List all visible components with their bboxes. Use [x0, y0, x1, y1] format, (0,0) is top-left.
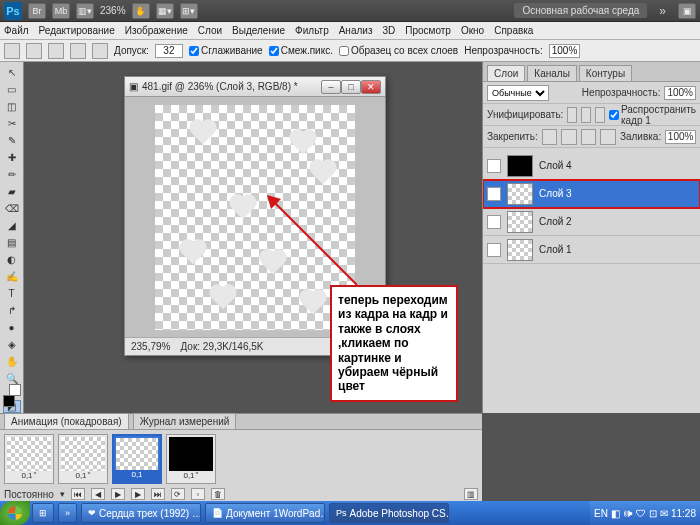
selection-mode-icon[interactable]	[26, 43, 42, 59]
close-button[interactable]: ✕	[361, 80, 381, 94]
tab-paths[interactable]: Контуры	[579, 65, 632, 81]
pen-tool[interactable]: ✍	[3, 270, 21, 283]
layer-row[interactable]: Слой 2	[483, 208, 700, 236]
selection-add-icon[interactable]	[48, 43, 64, 59]
tray-icon[interactable]: 🕪	[623, 508, 633, 519]
lock-trans-icon[interactable]	[542, 129, 558, 145]
frame-1[interactable]: 0,1˅	[4, 434, 54, 484]
expand-icon[interactable]: »	[653, 4, 672, 18]
layer-thumbnail[interactable]	[507, 155, 533, 177]
visibility-toggle[interactable]	[487, 215, 501, 229]
selection-int-icon[interactable]	[92, 43, 108, 59]
menu-select[interactable]: Выделение	[232, 25, 285, 36]
antialias-checkbox[interactable]: Сглаживание	[189, 45, 263, 56]
layer-thumbnail[interactable]	[507, 239, 533, 261]
minibridge-icon[interactable]: Mb	[52, 3, 70, 19]
frame-4[interactable]: 0,1˅	[166, 434, 216, 484]
gradient-tool[interactable]: ◢	[3, 219, 21, 232]
tray-icon[interactable]: ⊡	[649, 508, 657, 519]
layer-thumbnail[interactable]	[507, 183, 533, 205]
stamp-tool[interactable]: ▰	[3, 185, 21, 198]
brush-tool[interactable]: ✏	[3, 168, 21, 181]
menu-filter[interactable]: Фильтр	[295, 25, 329, 36]
status-docinfo[interactable]: Док: 29,3K/146,5K	[180, 341, 263, 352]
prev-frame-button[interactable]: ◀	[91, 488, 105, 500]
extras-icon[interactable]: ⊞▾	[180, 3, 198, 19]
selection-sub-icon[interactable]	[70, 43, 86, 59]
layer-opacity-input[interactable]: 100%	[664, 86, 696, 100]
workspace-switcher[interactable]: Основная рабочая среда	[514, 3, 647, 18]
system-tray[interactable]: EN ◧ 🕪 🛡 ⊡ ✉ 11:28	[590, 501, 700, 525]
unify-vis-icon[interactable]	[581, 107, 591, 123]
arrange-icon[interactable]: ▦▾	[156, 3, 174, 19]
color-swatch[interactable]	[3, 395, 21, 396]
cslive-icon[interactable]: ▣	[678, 3, 696, 19]
document-titlebar[interactable]: ▣ 481.gif @ 236% (Слой 3, RGB/8) * – □ ✕	[125, 77, 385, 97]
first-frame-button[interactable]: ⏮	[71, 488, 85, 500]
opacity-input[interactable]: 100%	[549, 44, 581, 58]
start-button[interactable]	[0, 501, 30, 525]
eyedropper-tool[interactable]: ✎	[3, 134, 21, 147]
status-zoom[interactable]: 235,79%	[131, 341, 170, 352]
play-button[interactable]: ▶	[111, 488, 125, 500]
layer-name[interactable]: Слой 3	[539, 188, 572, 199]
layer-row[interactable]: 👁 Слой 3	[483, 180, 700, 208]
lasso-tool[interactable]: ◫	[3, 100, 21, 113]
layer-row[interactable]: Слой 4	[483, 152, 700, 180]
menu-3d[interactable]: 3D	[382, 25, 395, 36]
lock-pixels-icon[interactable]	[561, 129, 577, 145]
next-frame-button[interactable]: ▶	[131, 488, 145, 500]
menu-layer[interactable]: Слои	[198, 25, 222, 36]
quicklaunch-icon[interactable]: »	[58, 503, 77, 523]
lock-pos-icon[interactable]	[581, 129, 597, 145]
last-frame-button[interactable]: ⏭	[151, 488, 165, 500]
tab-measure-log[interactable]: Журнал измерений	[133, 413, 237, 429]
bridge-icon[interactable]: Br	[28, 3, 46, 19]
layer-name[interactable]: Слой 2	[539, 216, 572, 227]
screen-mode-icon[interactable]: ▥▾	[76, 3, 94, 19]
menu-view[interactable]: Просмотр	[405, 25, 451, 36]
layer-name[interactable]: Слой 1	[539, 244, 572, 255]
taskbar-item[interactable]: Ps Adobe Photoshop CS…	[329, 503, 449, 523]
taskbar-item[interactable]: 📄 Документ 1WordPad…	[205, 503, 325, 523]
menu-window[interactable]: Окно	[461, 25, 484, 36]
unify-pos-icon[interactable]	[567, 107, 577, 123]
lock-all-icon[interactable]	[600, 129, 616, 145]
healing-tool[interactable]: ✚	[3, 151, 21, 164]
delete-frame-button[interactable]: 🗑	[211, 488, 225, 500]
tray-icon[interactable]: ✉	[660, 508, 668, 519]
hand-icon[interactable]: ✋	[132, 3, 150, 19]
tray-icon[interactable]: 🛡	[636, 508, 646, 519]
tab-layers[interactable]: Слои	[487, 65, 525, 81]
menu-analysis[interactable]: Анализ	[339, 25, 373, 36]
unify-style-icon[interactable]	[595, 107, 605, 123]
tool-preset-icon[interactable]	[4, 43, 20, 59]
text-tool[interactable]: T	[3, 287, 21, 300]
quicklaunch-icon[interactable]: ⊞	[32, 503, 54, 523]
layer-thumbnail[interactable]	[507, 211, 533, 233]
crop-tool[interactable]: ✂	[3, 117, 21, 130]
propagate-checkbox[interactable]: Распространить кадр 1	[609, 104, 696, 126]
frame-2[interactable]: 0,1˅	[58, 434, 108, 484]
alllayers-checkbox[interactable]: Образец со всех слоев	[339, 45, 458, 56]
marquee-tool[interactable]: ▭	[3, 83, 21, 96]
eraser-tool[interactable]: ⌫	[3, 202, 21, 215]
loop-select[interactable]: Постоянно	[4, 489, 54, 500]
layer-row[interactable]: Слой 1	[483, 236, 700, 264]
dodge-tool[interactable]: ◐	[3, 253, 21, 266]
convert-timeline-button[interactable]: ▥	[464, 488, 478, 500]
visibility-toggle[interactable]	[487, 159, 501, 173]
taskbar-item[interactable]: ❤ Сердца трех (1992) …	[81, 503, 201, 523]
zoom-level[interactable]: 236%	[100, 5, 126, 16]
tolerance-input[interactable]: 32	[155, 44, 183, 58]
move-tool[interactable]: ↖	[3, 66, 21, 79]
visibility-toggle[interactable]: 👁	[487, 187, 501, 201]
menu-edit[interactable]: Редактирование	[39, 25, 115, 36]
tween-button[interactable]: ⟳	[171, 488, 185, 500]
tab-animation[interactable]: Анимация (покадровая)	[4, 413, 129, 429]
layer-name[interactable]: Слой 4	[539, 160, 572, 171]
menu-help[interactable]: Справка	[494, 25, 533, 36]
fill-input[interactable]: 100%	[665, 130, 696, 144]
minimize-button[interactable]: –	[321, 80, 341, 94]
maximize-button[interactable]: □	[341, 80, 361, 94]
